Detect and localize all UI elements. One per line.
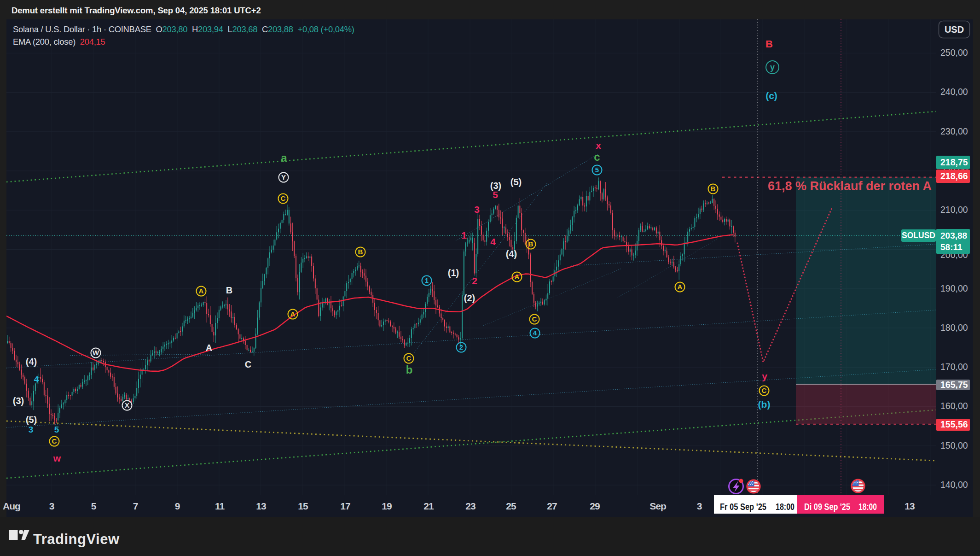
svg-text:W: W	[93, 349, 99, 357]
svg-text:A: A	[515, 273, 520, 281]
svg-text:b: b	[406, 363, 413, 376]
svg-text:C: C	[281, 194, 286, 202]
svg-text:(3): (3)	[13, 396, 24, 406]
svg-text:B: B	[765, 38, 773, 50]
svg-text:29: 29	[590, 501, 600, 511]
svg-text:2: 2	[459, 343, 463, 351]
svg-text:13: 13	[905, 501, 915, 511]
svg-text:C: C	[406, 354, 412, 362]
svg-text:Di 09 Sep '25: Di 09 Sep '25	[804, 501, 850, 512]
svg-text:Sep: Sep	[649, 501, 666, 511]
svg-text:A: A	[678, 283, 683, 291]
svg-text:240,00: 240,00	[940, 87, 968, 97]
svg-text:(b): (b)	[758, 399, 771, 410]
svg-text:160,00: 160,00	[940, 401, 968, 411]
svg-text:218,66: 218,66	[940, 171, 968, 181]
svg-text:B: B	[528, 240, 533, 248]
svg-text:230,00: 230,00	[940, 126, 968, 136]
svg-text:140,00: 140,00	[940, 480, 968, 490]
svg-text:11: 11	[215, 501, 225, 511]
svg-text:4: 4	[533, 329, 537, 337]
svg-text:B: B	[226, 285, 232, 295]
svg-text:190,00: 190,00	[940, 283, 968, 293]
svg-text:A: A	[290, 310, 296, 318]
svg-text:(5): (5)	[510, 177, 522, 187]
svg-text:203,88: 203,88	[940, 231, 967, 240]
svg-text:(c): (c)	[765, 90, 777, 101]
svg-text:(4): (4)	[26, 357, 37, 367]
svg-text:(1): (1)	[448, 268, 459, 278]
svg-text:3: 3	[29, 425, 34, 434]
svg-text:4: 4	[34, 375, 39, 384]
svg-text:X: X	[125, 401, 129, 409]
svg-text:B: B	[711, 185, 716, 193]
svg-text:USD: USD	[945, 24, 964, 35]
svg-text:27: 27	[547, 501, 557, 511]
svg-text:5: 5	[493, 189, 498, 200]
svg-text:c: c	[594, 151, 600, 163]
svg-text:7: 7	[133, 501, 138, 511]
svg-text:23: 23	[465, 501, 476, 511]
svg-text:Fr 05 Sep '25: Fr 05 Sep '25	[720, 501, 766, 512]
svg-text:2: 2	[472, 275, 477, 286]
svg-text:5: 5	[54, 425, 59, 434]
svg-text:1: 1	[425, 276, 429, 284]
svg-text:(4): (4)	[506, 249, 517, 259]
svg-text:EMA (200, close) 204,15: EMA (200, close) 204,15	[13, 37, 105, 47]
svg-text:y: y	[770, 63, 775, 72]
svg-text:Solana / U.S. Dollar · 1h · CO: Solana / U.S. Dollar · 1h · COINBASE O20…	[13, 24, 354, 34]
svg-text:18:00: 18:00	[858, 501, 877, 512]
svg-text:250,00: 250,00	[940, 47, 968, 58]
svg-text:SOLUSD: SOLUSD	[902, 231, 935, 240]
svg-text:150,00: 150,00	[940, 440, 968, 451]
svg-text:4: 4	[490, 236, 496, 247]
svg-text:25: 25	[506, 501, 516, 511]
svg-text:165,75: 165,75	[940, 380, 968, 390]
svg-text:13: 13	[256, 501, 266, 511]
svg-text:Demut erstellt mit TradingView: Demut erstellt mit TradingView.com, Sep …	[12, 6, 261, 15]
svg-text:61,8 % Rücklauf der roten A: 61,8 % Rücklauf der roten A	[768, 179, 932, 193]
svg-text:C: C	[762, 386, 767, 394]
svg-text:3: 3	[474, 204, 480, 215]
svg-text:w: w	[53, 453, 61, 463]
svg-text:18:00: 18:00	[776, 501, 794, 512]
svg-text:A: A	[199, 287, 204, 295]
svg-text:a: a	[281, 152, 287, 164]
svg-text:C: C	[52, 437, 57, 445]
svg-text:(5): (5)	[26, 415, 37, 425]
svg-text:3: 3	[49, 501, 54, 511]
svg-text:17: 17	[340, 501, 350, 511]
svg-text:A: A	[206, 343, 212, 353]
svg-text:x: x	[596, 140, 601, 151]
svg-text:B: B	[358, 248, 363, 256]
svg-text:170,00: 170,00	[940, 362, 968, 372]
svg-text:5: 5	[595, 166, 599, 174]
svg-text:Aug: Aug	[3, 501, 20, 511]
svg-text:58:11: 58:11	[940, 242, 963, 252]
svg-text:15: 15	[298, 501, 308, 511]
svg-text:180,00: 180,00	[940, 322, 968, 333]
svg-text:(2): (2)	[464, 293, 475, 303]
svg-text:19: 19	[382, 501, 392, 511]
svg-text:21: 21	[423, 501, 434, 511]
svg-text:1: 1	[461, 230, 467, 240]
svg-text:y: y	[762, 371, 767, 381]
svg-text:C: C	[532, 315, 537, 323]
svg-text:TradingView: TradingView	[33, 531, 120, 547]
svg-text:5: 5	[91, 501, 97, 511]
svg-text:210,00: 210,00	[940, 205, 968, 215]
svg-text:155,56: 155,56	[940, 419, 968, 429]
svg-text:C: C	[245, 359, 251, 369]
svg-text:Y: Y	[281, 173, 286, 181]
svg-text:218,75: 218,75	[940, 157, 968, 167]
svg-text:3: 3	[697, 501, 702, 511]
svg-text:9: 9	[175, 501, 180, 511]
